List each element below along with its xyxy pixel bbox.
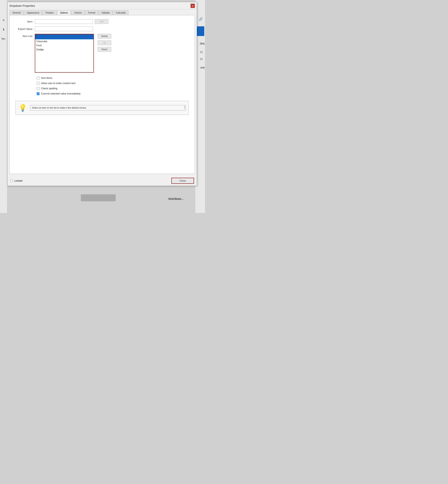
scroll-down-icon[interactable]: ▼ [184,108,185,109]
item-list-buttons: Delete Up Down [96,34,111,52]
hint-text: Select an item in the list to make it th… [30,105,186,111]
list-item-dodge[interactable]: Dodge [35,48,93,51]
right-icon-3[interactable]: ◑ [197,40,204,47]
right-toolbar: 🔗 ◑ [197,16,204,47]
sort-items-checkbox[interactable] [37,77,40,79]
commit-value-checkbox[interactable] [37,92,40,95]
dropdown-properties-dialog: Dropdown Properties × General Appearance… [7,2,197,186]
export-value-input[interactable] [35,26,93,31]
add-button[interactable]: Add [95,19,108,24]
commit-value-row: Commit selected value immediately [37,92,191,95]
locked-label: Locked [14,179,23,182]
distribute-label[interactable]: Distribute... [168,197,183,200]
dialog-title: Dropdown Properties [9,4,35,7]
item-row: Item: Add [14,19,191,24]
tab-general[interactable]: General [9,10,24,15]
bulb-icon: 💡 [18,104,27,112]
download-icon[interactable]: ⬇ [1,27,6,32]
sort-items-label: Sort items [41,76,52,79]
allow-custom-label: Allow user to enter custom text [41,82,75,85]
right-label-4: STR [200,67,205,69]
export-value-row: Export Value: [14,26,191,31]
item-label: Item: [14,20,35,23]
commit-value-label: Commit selected value immediately [41,92,80,95]
left-toolbar: ✕ ⬇ Rac [1,17,6,41]
tab-actions[interactable]: Actions [71,10,85,15]
allow-custom-checkbox[interactable] [37,82,40,85]
check-spelling-label: Check spelling [41,87,57,90]
tab-validate[interactable]: Validate [99,10,112,15]
tab-calculate[interactable]: Calculate [113,10,128,15]
page-bottom: Distribute... [7,194,195,213]
down-button[interactable]: Down [98,47,111,52]
check-spelling-checkbox[interactable] [37,87,40,90]
dialog-titlebar: Dropdown Properties × [8,2,197,9]
scroll-up-icon[interactable]: ▲ [184,106,185,107]
hint-text-content: Select an item in the list to make it th… [32,107,87,109]
tab-options[interactable]: Options [57,10,71,15]
link-icon[interactable]: 🔗 [197,16,204,23]
tab-format[interactable]: Format [85,10,98,15]
item-list-box[interactable]: Chevrolet Ford Dodge [35,34,94,73]
list-item-ford[interactable]: Ford [35,43,93,48]
item-list-selected[interactable] [35,34,93,39]
delete-button[interactable]: Delete [98,34,111,39]
options-content: Item: Add Export Value: Item List: Chevr… [9,15,195,174]
close-dialog-button[interactable]: Close [171,178,194,184]
hint-box: 💡 Select an item in the list to make it … [16,101,189,115]
text-label-icon: Rac [1,36,6,41]
blue-widget [197,26,204,36]
sort-items-row: Sort items [37,76,191,79]
list-item-chevrolet[interactable]: Chevrolet [35,39,93,43]
right-label-2: ] [ [200,51,205,53]
locked-checkbox[interactable] [10,180,13,182]
close-icon[interactable]: ✕ [1,17,6,23]
tab-bar: General Appearance Position Options Acti… [8,9,197,15]
tab-position[interactable]: Position [43,10,57,15]
check-spelling-row: Check spelling [37,87,191,90]
right-label-3: ] [ [200,58,205,60]
hint-scrollbar[interactable]: ▲ ▼ [184,106,185,109]
item-input[interactable] [35,19,93,24]
item-list-row: Item List: Chevrolet Ford Dodge Delete U… [14,34,191,73]
dialog-bottom-bar: Locked Close [8,176,197,186]
gray-bar [81,194,116,201]
allow-custom-row: Allow user to enter custom text [37,82,191,85]
up-button[interactable]: Up [98,41,111,45]
export-value-label: Export Value: [14,27,35,30]
dialog-close-button[interactable]: × [191,4,195,8]
tab-appearance[interactable]: Appearance [24,10,42,15]
item-list-label: Item List: [14,34,35,38]
locked-row: Locked [10,179,23,182]
